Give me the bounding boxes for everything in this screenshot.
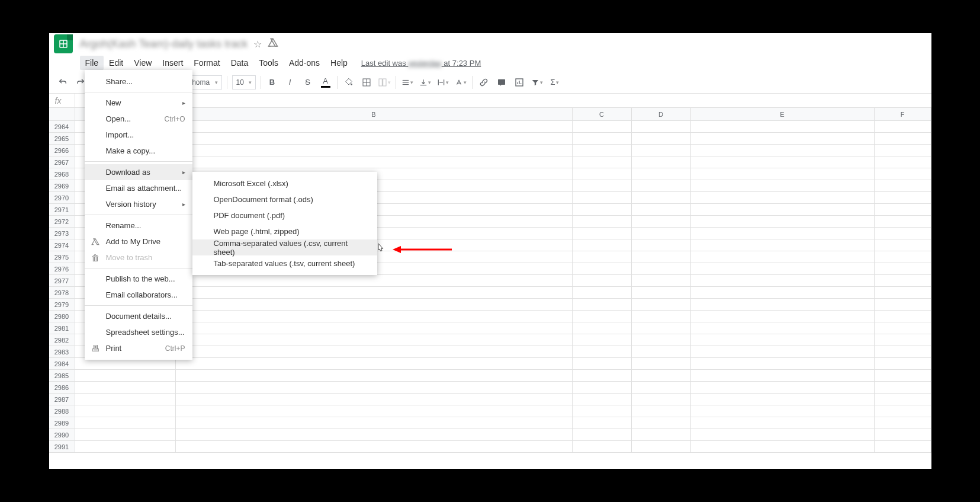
cell[interactable] (176, 299, 573, 311)
row-header[interactable]: 2973 (49, 228, 75, 239)
bold-button[interactable]: B (264, 74, 281, 91)
cell[interactable] (691, 287, 875, 299)
row-header[interactable]: 2972 (49, 216, 75, 228)
cell[interactable] (691, 382, 875, 394)
menu-view[interactable]: View (128, 56, 157, 70)
insert-link-button[interactable] (475, 74, 492, 91)
menu-item-import[interactable]: Import... (85, 127, 192, 143)
cell[interactable] (691, 358, 875, 370)
cell[interactable] (632, 275, 691, 287)
cell[interactable] (573, 121, 632, 133)
row-header[interactable]: 2978 (49, 287, 75, 299)
cell[interactable] (875, 370, 931, 382)
menu-item-version-history[interactable]: Version history▸ (85, 196, 192, 212)
column-header-c[interactable]: C (573, 108, 632, 120)
sheets-logo[interactable] (54, 34, 73, 53)
cell[interactable] (573, 358, 632, 370)
cell[interactable] (691, 299, 875, 311)
menu-item-email-attachment[interactable]: Email as attachment... (85, 180, 192, 196)
submenu-item-html[interactable]: Web page (.html, zipped) (192, 223, 377, 239)
cell[interactable] (176, 394, 573, 405)
cell[interactable] (176, 156, 573, 168)
cell[interactable] (176, 429, 573, 441)
row-header[interactable]: 2980 (49, 311, 75, 322)
cell[interactable] (573, 180, 632, 192)
menu-addons[interactable]: Add-ons (284, 56, 325, 70)
row-header[interactable]: 2982 (49, 334, 75, 346)
row-header[interactable]: 2976 (49, 263, 75, 275)
cell[interactable] (573, 216, 632, 228)
cell[interactable] (632, 417, 691, 429)
cell[interactable] (176, 145, 573, 156)
cell[interactable] (632, 382, 691, 394)
cell[interactable] (632, 228, 691, 239)
cell[interactable] (176, 133, 573, 145)
row-header[interactable]: 2986 (49, 382, 75, 394)
cell[interactable] (632, 429, 691, 441)
cell[interactable] (875, 346, 931, 358)
cell[interactable] (573, 145, 632, 156)
menu-item-download-as[interactable]: Download as▸ (85, 164, 192, 180)
cell[interactable] (875, 287, 931, 299)
cell[interactable] (573, 382, 632, 394)
cell[interactable] (632, 370, 691, 382)
cell[interactable] (691, 263, 875, 275)
undo-button[interactable] (54, 74, 71, 91)
submenu-item-csv[interactable]: Comma-separated values (.csv, current sh… (192, 239, 377, 255)
cell[interactable] (875, 145, 931, 156)
submenu-item-ods[interactable]: OpenDocument format (.ods) (192, 191, 377, 207)
cell[interactable] (632, 394, 691, 405)
cell[interactable] (875, 311, 931, 322)
cell[interactable] (75, 394, 176, 405)
merge-cells-button[interactable]: ▾ (376, 74, 393, 91)
cell[interactable] (573, 394, 632, 405)
cell[interactable] (691, 334, 875, 346)
cell[interactable] (573, 239, 632, 251)
cell[interactable] (176, 311, 573, 322)
menu-help[interactable]: Help (325, 56, 353, 70)
menu-insert[interactable]: Insert (157, 56, 188, 70)
column-header-e[interactable]: E (691, 108, 875, 120)
cell[interactable] (176, 358, 573, 370)
cell[interactable] (691, 370, 875, 382)
menu-format[interactable]: Format (188, 56, 225, 70)
cell[interactable] (573, 287, 632, 299)
row-header[interactable]: 2966 (49, 145, 75, 156)
text-wrap-button[interactable]: ▾ (435, 74, 451, 91)
cell[interactable] (691, 346, 875, 358)
cell[interactable] (176, 121, 573, 133)
insert-comment-button[interactable] (493, 74, 510, 91)
row-header[interactable]: 2964 (49, 121, 75, 133)
star-icon[interactable]: ☆ (253, 39, 262, 50)
row-header[interactable]: 2983 (49, 346, 75, 358)
cell[interactable] (875, 394, 931, 405)
cell[interactable] (573, 133, 632, 145)
menu-item-spreadsheet-settings[interactable]: Spreadsheet settings... (85, 324, 192, 340)
cell[interactable] (632, 216, 691, 228)
strikethrough-button[interactable]: S (300, 74, 316, 91)
menu-item-make-copy[interactable]: Make a copy... (85, 143, 192, 159)
cell[interactable] (691, 156, 875, 168)
cell[interactable] (573, 429, 632, 441)
cell[interactable] (573, 275, 632, 287)
cell[interactable] (875, 133, 931, 145)
cell[interactable] (875, 239, 931, 251)
cell[interactable] (632, 405, 691, 417)
cell[interactable] (573, 168, 632, 180)
cell[interactable] (573, 405, 632, 417)
cell[interactable] (875, 441, 931, 453)
cell[interactable] (573, 156, 632, 168)
cell[interactable] (875, 417, 931, 429)
document-title[interactable]: Argoh(Kash Team)-daily tasks track (80, 38, 248, 50)
row-header[interactable]: 2969 (49, 180, 75, 192)
row-header[interactable]: 2965 (49, 133, 75, 145)
cell[interactable] (691, 405, 875, 417)
cell[interactable] (875, 121, 931, 133)
cell[interactable] (75, 382, 176, 394)
cell[interactable] (632, 299, 691, 311)
cell[interactable] (691, 251, 875, 263)
cell[interactable] (573, 263, 632, 275)
cell[interactable] (875, 334, 931, 346)
cell[interactable] (573, 441, 632, 453)
cell[interactable] (632, 204, 691, 216)
